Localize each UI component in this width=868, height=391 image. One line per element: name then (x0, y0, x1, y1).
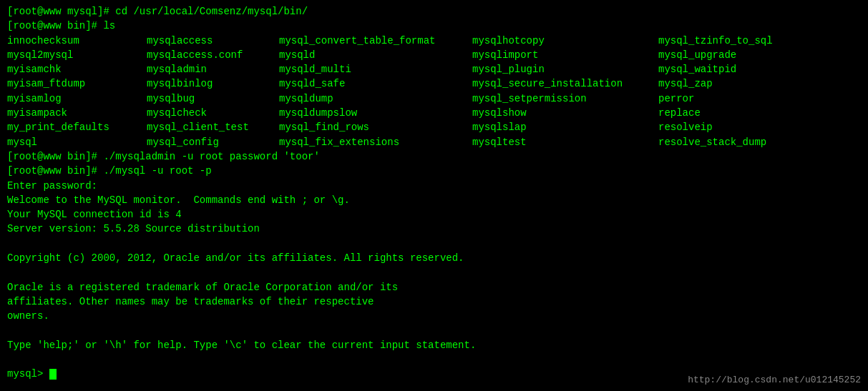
terminal-window: [root@www mysql]# cd /usr/local/Comsenz/… (0, 0, 868, 391)
terminal-line (7, 265, 861, 279)
terminal-line: myisamchkmysqladminmysqld_multimysql_plu… (7, 62, 861, 76)
terminal-line: Enter password: (7, 179, 861, 193)
cursor (49, 369, 57, 380)
terminal-line: my_print_defaultsmysql_client_testmysql_… (7, 120, 861, 134)
terminal-line: myisampackmysqlcheckmysqldumpslowmysqlsh… (7, 106, 861, 120)
terminal-line: myisam_ftdumpmysqlbinlogmysqld_safemysql… (7, 76, 861, 91)
terminal-line (7, 324, 861, 338)
terminal-line: Your MySQL connection id is 4 (7, 207, 861, 222)
terminal-line: Copyright (c) 2000, 2012, Oracle and/or … (7, 251, 861, 265)
terminal-line: mysql2mysqlmysqlaccess.confmysqldmysqlim… (7, 48, 861, 62)
terminal-line: mysqlmysql_configmysql_fix_extensionsmys… (7, 135, 861, 149)
terminal-line: myisamlogmysqlbugmysqldumpmysql_setpermi… (7, 91, 861, 106)
watermark: http://blog.csdn.net/u012145252 (688, 375, 861, 385)
terminal-line: [root@www mysql]# cd /usr/local/Comsenz/… (7, 4, 861, 19)
terminal-line: Oracle is a registered trademark of Orac… (7, 280, 861, 295)
terminal-line: Type 'help;' or '\h' for help. Type '\c'… (7, 338, 861, 352)
terminal-line (7, 352, 861, 367)
terminal-line: Server version: 5.5.28 Source distributi… (7, 222, 861, 236)
terminal-line: [root@www bin]# ls (7, 19, 861, 33)
terminal-line: innochecksummysqlaccessmysql_convert_tab… (7, 34, 861, 48)
terminal-line: affiliates. Other names may be trademark… (7, 295, 861, 309)
terminal-line: Welcome to the MySQL monitor. Commands e… (7, 193, 861, 207)
terminal-line (7, 237, 861, 251)
terminal-line: [root@www bin]# ./mysql -u root -p (7, 164, 861, 178)
terminal-line: owners. (7, 309, 861, 323)
terminal-line: [root@www bin]# ./mysqladmin -u root pas… (7, 149, 861, 164)
